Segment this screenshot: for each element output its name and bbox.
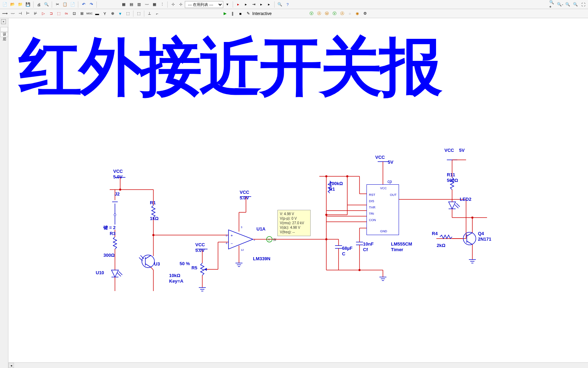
probe-icon-6[interactable]: ○	[346, 10, 353, 17]
undo-icon[interactable]: ↶	[80, 1, 87, 8]
horizontal-scrollbar[interactable]: ◂	[8, 362, 588, 368]
place-icon-5[interactable]: ⊬	[32, 10, 39, 17]
help-icon[interactable]: ?	[284, 1, 291, 8]
print-preview-icon[interactable]: 🔍	[43, 1, 50, 8]
zoom-out-icon[interactable]: 🔍-	[557, 1, 564, 8]
pause-button[interactable]: ‖	[229, 10, 236, 17]
probe-v-icon[interactable]: Ⓥ	[308, 10, 315, 17]
sim-icon-3[interactable]: ⇥	[250, 1, 257, 8]
place-icon-13[interactable]: ▬	[94, 10, 101, 17]
probe-icon-7[interactable]: ◉	[354, 10, 361, 17]
r5-value: 10kΩ	[169, 273, 180, 278]
sim-icon-5[interactable]: ▸	[266, 1, 273, 8]
sim-icon-4[interactable]: ▸	[258, 1, 265, 8]
timer-label: LM555CM	[391, 241, 412, 247]
pin-gnd: GND	[380, 229, 387, 233]
place-icon-15[interactable]: ⊕	[109, 10, 116, 17]
tooltip-v: V: 4.98 V	[280, 212, 308, 216]
place-icon-3[interactable]: ⊣	[17, 10, 24, 17]
vcc3-value: 5.0V	[195, 248, 205, 253]
open-file-icon[interactable]: 📂	[9, 1, 16, 8]
component-icon-1[interactable]: ⊹	[169, 1, 176, 8]
vcc1-value: 5.0V	[113, 174, 123, 179]
view-icon-3[interactable]: ▥	[136, 1, 143, 8]
tooltip-vpp: V(p-p): 0 V	[280, 216, 308, 221]
place-icon-19[interactable]: ⊥	[146, 10, 153, 17]
zoom-fit-icon[interactable]: 🔍	[572, 1, 579, 8]
view-icon-5[interactable]: ▦	[151, 1, 158, 8]
vcc5-value: 5V	[459, 148, 465, 153]
zoom-area-icon[interactable]: 🔍	[564, 1, 571, 8]
place-antenna-icon[interactable]: Y	[101, 10, 108, 17]
open-sample-icon[interactable]: 📁	[17, 1, 24, 8]
place-icon-4[interactable]: ⊢	[24, 10, 31, 17]
vcc4-value: 5V	[388, 160, 393, 165]
sim-icon-2[interactable]: ▸	[242, 1, 249, 8]
zoom-in-icon[interactable]: 🔍+	[549, 1, 556, 8]
place-icon-2[interactable]: 〰	[9, 10, 16, 17]
led2-label: LED2	[460, 197, 471, 202]
gear-icon[interactable]: ⚙	[362, 10, 369, 17]
q4-value: 2N171	[478, 236, 491, 242]
dropdown-arrow-icon[interactable]: ▾	[224, 1, 231, 8]
place-diode-icon[interactable]: ▷	[40, 10, 47, 17]
r5-percent: 50 %	[180, 261, 190, 266]
place-icon-16[interactable]: ▼	[117, 10, 124, 17]
tooltip-vdc: V(dc): 4.98 V	[280, 225, 308, 230]
place-icon-9[interactable]: 0s	[63, 10, 70, 17]
probe-a2-icon[interactable]: Ⓐ	[339, 10, 346, 17]
pin-tri: TRI	[369, 212, 374, 215]
place-icon-20[interactable]: ⌐	[154, 10, 161, 17]
scroll-left-button[interactable]: ◂	[8, 363, 14, 368]
probe-v2-icon[interactable]: Ⓥ	[331, 10, 338, 17]
fullscreen-icon[interactable]: ⛶	[580, 1, 587, 8]
place-gate-icon[interactable]: ⊐	[48, 10, 55, 17]
interactive-icon[interactable]: ✎	[245, 10, 252, 17]
component-icon-2[interactable]: ⊹	[177, 1, 184, 8]
svg-text:V: V	[268, 238, 270, 241]
paste-icon[interactable]: 📄	[69, 1, 76, 8]
component-list-dropdown[interactable]: --- 在用列表 ---	[185, 1, 223, 8]
pin-out: OUT	[390, 193, 397, 197]
place-icon-11[interactable]: ⊞	[78, 10, 85, 17]
print-icon[interactable]: 🖨	[35, 1, 42, 8]
svg-text:3: 3	[241, 226, 242, 229]
svg-text:+: +	[231, 233, 233, 238]
view-icon-6[interactable]: ⋮	[159, 1, 166, 8]
tooltip-vfreq: V(freq): --	[280, 230, 308, 234]
pin-rst: RST	[369, 193, 375, 197]
redo-icon[interactable]: ↷	[88, 1, 95, 8]
svg-point-108	[471, 217, 473, 219]
new-file-icon[interactable]: 📄	[1, 1, 8, 8]
panel-close-button[interactable]: ×	[1, 19, 6, 24]
r1b-value: 100kΩ	[329, 181, 343, 186]
vcc1-label: VCC	[113, 169, 123, 174]
place-icon-10[interactable]: ⊡	[71, 10, 78, 17]
cf-label: Cf	[363, 247, 368, 252]
sim-icon-1[interactable]: ▸	[235, 1, 242, 8]
cut-icon[interactable]: ✂	[54, 1, 61, 8]
stop-button[interactable]: ■	[237, 10, 244, 17]
probe-w-icon[interactable]: Ⓦ	[323, 10, 330, 17]
left-tab-2[interactable]: 层	[0, 32, 8, 37]
chip-555: VCC RST OUT DIS THR TRI CON GND	[366, 184, 399, 235]
place-icon-1[interactable]: ⟿	[1, 10, 8, 17]
svg-text:探: 探	[273, 238, 276, 241]
search-icon[interactable]: 🔍	[276, 1, 283, 8]
timer-value: Timer	[391, 247, 403, 252]
save-icon[interactable]: 💾	[24, 1, 31, 8]
pin-dis: DIS	[369, 199, 374, 203]
place-misc-icon[interactable]: MISC	[86, 10, 93, 17]
view-icon-2[interactable]: ▤	[128, 1, 135, 8]
run-button[interactable]: ▶	[222, 10, 228, 17]
schematic-canvas[interactable]: 红外接近开关报	[8, 18, 588, 368]
probe-a-icon[interactable]: Ⓐ	[315, 10, 322, 17]
r5-key: Key=A	[169, 278, 183, 284]
place-icon-17[interactable]: ⬚	[124, 10, 131, 17]
view-icon-1[interactable]: ▦	[120, 1, 127, 8]
place-icon-18[interactable]: ⬚	[135, 10, 142, 17]
copy-icon[interactable]: 📋	[61, 1, 68, 8]
place-icon-8[interactable]: ⬚	[55, 10, 62, 17]
left-tab-1[interactable]: 设	[0, 27, 8, 32]
view-icon-4[interactable]: 〰	[143, 1, 150, 8]
